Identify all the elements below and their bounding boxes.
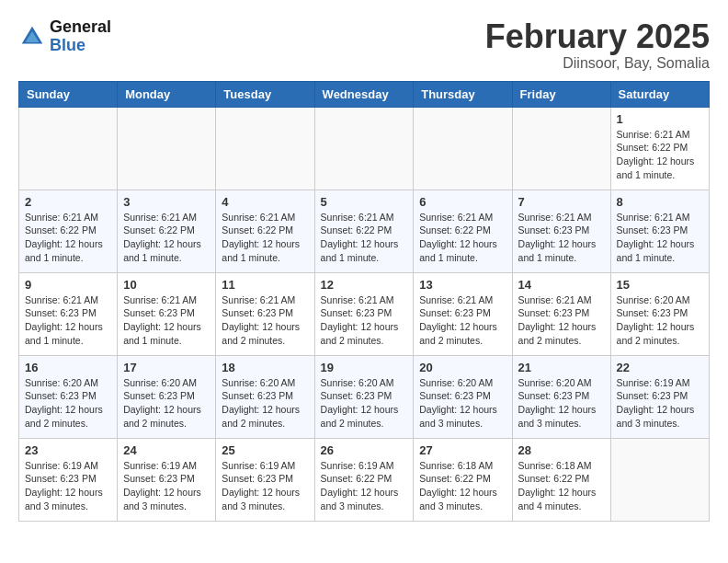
day-info: Sunrise: 6:21 AM Sunset: 6:23 PM Dayligh…	[419, 293, 506, 348]
calendar-day-cell: 12Sunrise: 6:21 AM Sunset: 6:23 PM Dayli…	[314, 272, 414, 355]
calendar-day-cell: 16Sunrise: 6:20 AM Sunset: 6:23 PM Dayli…	[19, 355, 118, 438]
day-number: 14	[518, 278, 605, 292]
day-number: 11	[222, 278, 308, 292]
day-info: Sunrise: 6:20 AM Sunset: 6:23 PM Dayligh…	[321, 376, 408, 431]
day-number: 28	[518, 443, 605, 457]
day-info: Sunrise: 6:19 AM Sunset: 6:22 PM Dayligh…	[321, 459, 408, 513]
calendar-day-header: Wednesday	[314, 81, 414, 107]
day-number: 21	[518, 361, 605, 374]
day-number: 6	[419, 195, 506, 209]
calendar-day-cell	[610, 438, 709, 521]
calendar-day-cell: 20Sunrise: 6:20 AM Sunset: 6:23 PM Dayli…	[414, 355, 512, 438]
day-number: 16	[25, 361, 111, 374]
day-info: Sunrise: 6:21 AM Sunset: 6:23 PM Dayligh…	[617, 211, 703, 265]
day-info: Sunrise: 6:20 AM Sunset: 6:23 PM Dayligh…	[123, 376, 210, 431]
day-number: 13	[419, 278, 506, 292]
day-number: 12	[321, 278, 408, 292]
day-info: Sunrise: 6:21 AM Sunset: 6:23 PM Dayligh…	[222, 293, 308, 348]
day-info: Sunrise: 6:20 AM Sunset: 6:23 PM Dayligh…	[617, 293, 703, 348]
day-info: Sunrise: 6:19 AM Sunset: 6:23 PM Dayligh…	[617, 376, 703, 431]
day-number: 23	[25, 443, 111, 457]
calendar-day-header: Thursday	[414, 81, 512, 107]
calendar-day-cell: 5Sunrise: 6:21 AM Sunset: 6:22 PM Daylig…	[314, 190, 414, 272]
day-number: 24	[123, 443, 210, 457]
calendar-day-cell: 17Sunrise: 6:20 AM Sunset: 6:23 PM Dayli…	[118, 355, 216, 438]
day-number: 25	[222, 443, 308, 457]
day-number: 15	[617, 278, 703, 292]
calendar-day-cell: 21Sunrise: 6:20 AM Sunset: 6:23 PM Dayli…	[512, 355, 610, 438]
day-info: Sunrise: 6:21 AM Sunset: 6:23 PM Dayligh…	[518, 293, 605, 348]
day-info: Sunrise: 6:21 AM Sunset: 6:22 PM Dayligh…	[617, 128, 703, 182]
day-number: 3	[123, 195, 210, 209]
day-info: Sunrise: 6:18 AM Sunset: 6:22 PM Dayligh…	[518, 459, 605, 513]
calendar-day-header: Sunday	[19, 81, 118, 107]
calendar-day-cell: 6Sunrise: 6:21 AM Sunset: 6:22 PM Daylig…	[414, 190, 512, 272]
day-info: Sunrise: 6:21 AM Sunset: 6:22 PM Dayligh…	[419, 211, 506, 265]
day-info: Sunrise: 6:18 AM Sunset: 6:22 PM Dayligh…	[419, 459, 506, 513]
day-info: Sunrise: 6:21 AM Sunset: 6:23 PM Dayligh…	[321, 293, 408, 348]
calendar-day-cell: 25Sunrise: 6:19 AM Sunset: 6:23 PM Dayli…	[216, 438, 314, 521]
calendar-day-cell: 7Sunrise: 6:21 AM Sunset: 6:23 PM Daylig…	[512, 190, 610, 272]
calendar-day-cell: 8Sunrise: 6:21 AM Sunset: 6:23 PM Daylig…	[610, 190, 709, 272]
day-info: Sunrise: 6:21 AM Sunset: 6:22 PM Dayligh…	[123, 211, 210, 265]
logo-general: General	[50, 18, 111, 37]
calendar-header-row: SundayMondayTuesdayWednesdayThursdayFrid…	[19, 81, 710, 107]
calendar-week-row: 23Sunrise: 6:19 AM Sunset: 6:23 PM Dayli…	[19, 438, 710, 521]
day-number: 22	[617, 361, 703, 374]
calendar-day-cell: 14Sunrise: 6:21 AM Sunset: 6:23 PM Dayli…	[512, 272, 610, 355]
day-info: Sunrise: 6:20 AM Sunset: 6:23 PM Dayligh…	[518, 376, 605, 431]
day-number: 27	[419, 443, 506, 457]
day-info: Sunrise: 6:21 AM Sunset: 6:23 PM Dayligh…	[123, 293, 210, 348]
day-number: 17	[123, 361, 210, 374]
calendar-day-cell	[414, 107, 512, 190]
calendar-day-cell: 28Sunrise: 6:18 AM Sunset: 6:22 PM Dayli…	[512, 438, 610, 521]
calendar-day-cell: 9Sunrise: 6:21 AM Sunset: 6:23 PM Daylig…	[19, 272, 118, 355]
day-info: Sunrise: 6:20 AM Sunset: 6:23 PM Dayligh…	[419, 376, 506, 431]
calendar-week-row: 16Sunrise: 6:20 AM Sunset: 6:23 PM Dayli…	[19, 355, 710, 438]
calendar-day-cell	[19, 107, 118, 190]
day-number: 9	[25, 278, 111, 292]
day-info: Sunrise: 6:21 AM Sunset: 6:22 PM Dayligh…	[25, 211, 111, 265]
day-number: 10	[123, 278, 210, 292]
calendar-day-header: Friday	[512, 81, 610, 107]
calendar-day-cell	[118, 107, 216, 190]
day-number: 2	[25, 195, 111, 209]
day-number: 26	[321, 443, 408, 457]
calendar-day-cell: 18Sunrise: 6:20 AM Sunset: 6:23 PM Dayli…	[216, 355, 314, 438]
calendar: SundayMondayTuesdayWednesdayThursdayFrid…	[18, 81, 710, 522]
calendar-day-cell: 10Sunrise: 6:21 AM Sunset: 6:23 PM Dayli…	[118, 272, 216, 355]
day-info: Sunrise: 6:21 AM Sunset: 6:22 PM Dayligh…	[321, 211, 408, 265]
calendar-day-cell	[216, 107, 314, 190]
calendar-day-cell: 22Sunrise: 6:19 AM Sunset: 6:23 PM Dayli…	[610, 355, 709, 438]
day-number: 5	[321, 195, 408, 209]
calendar-day-cell	[314, 107, 414, 190]
logo-icon	[18, 23, 46, 51]
day-number: 19	[321, 361, 408, 374]
calendar-day-cell: 15Sunrise: 6:20 AM Sunset: 6:23 PM Dayli…	[610, 272, 709, 355]
day-number: 8	[617, 195, 703, 209]
calendar-day-cell: 1Sunrise: 6:21 AM Sunset: 6:22 PM Daylig…	[610, 107, 709, 190]
day-number: 18	[222, 361, 308, 374]
logo: General Blue	[18, 18, 111, 55]
calendar-day-cell: 24Sunrise: 6:19 AM Sunset: 6:23 PM Dayli…	[118, 438, 216, 521]
day-info: Sunrise: 6:21 AM Sunset: 6:23 PM Dayligh…	[518, 211, 605, 265]
logo-text: General Blue	[50, 18, 111, 55]
calendar-day-cell: 2Sunrise: 6:21 AM Sunset: 6:22 PM Daylig…	[19, 190, 118, 272]
day-info: Sunrise: 6:19 AM Sunset: 6:23 PM Dayligh…	[123, 459, 210, 513]
calendar-day-cell: 19Sunrise: 6:20 AM Sunset: 6:23 PM Dayli…	[314, 355, 414, 438]
calendar-day-cell	[512, 107, 610, 190]
day-number: 20	[419, 361, 506, 374]
month-title: February 2025	[485, 18, 710, 55]
calendar-week-row: 2Sunrise: 6:21 AM Sunset: 6:22 PM Daylig…	[19, 190, 710, 272]
day-info: Sunrise: 6:19 AM Sunset: 6:23 PM Dayligh…	[25, 459, 111, 513]
calendar-day-cell: 3Sunrise: 6:21 AM Sunset: 6:22 PM Daylig…	[118, 190, 216, 272]
calendar-day-cell: 4Sunrise: 6:21 AM Sunset: 6:22 PM Daylig…	[216, 190, 314, 272]
page-header: General Blue February 2025 Diinsoor, Bay…	[18, 18, 710, 72]
calendar-day-cell: 26Sunrise: 6:19 AM Sunset: 6:22 PM Dayli…	[314, 438, 414, 521]
day-info: Sunrise: 6:21 AM Sunset: 6:23 PM Dayligh…	[25, 293, 111, 348]
day-number: 7	[518, 195, 605, 209]
logo-blue: Blue	[50, 37, 111, 55]
calendar-day-header: Saturday	[610, 81, 709, 107]
day-info: Sunrise: 6:21 AM Sunset: 6:22 PM Dayligh…	[222, 211, 308, 265]
calendar-day-cell: 11Sunrise: 6:21 AM Sunset: 6:23 PM Dayli…	[216, 272, 314, 355]
